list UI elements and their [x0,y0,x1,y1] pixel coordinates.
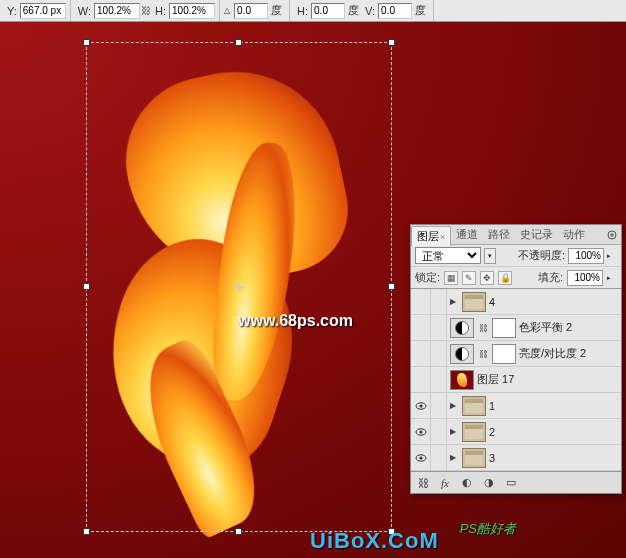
layer-name[interactable]: 图层 17 [477,372,514,387]
lock-transparency-icon[interactable]: ▦ [444,271,458,285]
opacity-slider-icon[interactable]: ▸ [607,252,617,260]
layer-name[interactable]: 色彩平衡 2 [519,320,572,335]
folder-icon [462,422,486,442]
panel-tabs: 图层× 通道 路径 史记录 动作 [411,225,621,245]
eye-icon [415,401,427,411]
folder-arrow-icon[interactable]: ▶ [447,453,459,462]
link-wh-icon[interactable]: ⛓ [140,4,152,18]
transform-handle-bm[interactable] [235,528,242,535]
layer-row[interactable]: ▶ 2 [411,419,621,445]
new-group-icon[interactable]: ▭ [503,475,519,491]
link-col[interactable] [431,367,447,392]
transform-bounding-box[interactable] [86,42,392,532]
transform-handle-tr[interactable] [388,39,395,46]
y-input[interactable] [20,3,66,19]
skew-h-input[interactable] [311,3,345,19]
transform-handle-tm[interactable] [235,39,242,46]
visibility-toggle[interactable] [411,289,431,314]
layer-name[interactable]: 4 [489,296,495,308]
opacity-input[interactable] [568,248,604,264]
w-input[interactable] [94,3,140,19]
h-label: H: [152,5,169,17]
link-col[interactable] [431,445,447,470]
visibility-toggle[interactable] [411,367,431,392]
add-mask-icon[interactable]: ◐ [459,475,475,491]
visibility-toggle[interactable] [411,341,431,366]
visibility-toggle[interactable] [411,393,431,418]
layer-name[interactable]: 2 [489,426,495,438]
transform-handle-bl[interactable] [83,528,90,535]
angle-input[interactable] [234,3,268,19]
layer-row[interactable]: ▶ 4 [411,289,621,315]
tab-history[interactable]: 史记录 [515,225,558,244]
adjustment-layer-icon[interactable]: ◑ [481,475,497,491]
link-col[interactable] [431,289,447,314]
fill-input[interactable] [567,270,603,286]
tab-layers[interactable]: 图层× [411,226,451,246]
lock-pixels-icon[interactable]: ✎ [462,271,476,285]
mask-link-icon[interactable]: ⛓ [479,323,487,333]
transform-handle-mr[interactable] [388,283,395,290]
link-layers-icon[interactable]: ⛓ [415,475,431,491]
lock-row: 锁定: ▦ ✎ ✥ 🔒 填充: ▸ [411,267,621,289]
folder-icon [462,292,486,312]
transform-handle-tl[interactable] [83,39,90,46]
skew-v-label: V: [362,5,378,17]
folder-arrow-icon[interactable]: ▶ [447,297,459,306]
layer-name[interactable]: 1 [489,400,495,412]
layer-name[interactable]: 亮度/对比度 2 [519,346,586,361]
blend-opacity-row: 正常 ▾ 不透明度: ▸ [411,245,621,267]
angle-unit: 度 [268,3,285,18]
layers-panel: 图层× 通道 路径 史记录 动作 正常 ▾ 不透明度: ▸ 锁定: ▦ ✎ ✥ … [410,224,622,494]
tab-actions[interactable]: 动作 [558,225,590,244]
link-col[interactable] [431,393,447,418]
mask-thumb[interactable] [492,318,516,338]
eye-icon [415,427,427,437]
transform-handle-ml[interactable] [83,283,90,290]
close-icon[interactable]: × [439,232,445,242]
mask-link-icon[interactable]: ⛓ [479,349,487,359]
lock-all-icon[interactable]: 🔒 [498,271,512,285]
skew-h-label: H: [294,5,311,17]
transform-center-icon[interactable] [233,281,245,293]
tab-channels[interactable]: 通道 [451,225,483,244]
fx-icon[interactable]: fx [437,475,453,491]
panel-menu-icon[interactable] [603,230,621,240]
visibility-toggle[interactable] [411,419,431,444]
watermark-url-1: www.68ps.com [238,312,353,330]
layer-row[interactable]: ▶ 3 [411,445,621,471]
h-input[interactable] [169,3,215,19]
skew-v-input[interactable] [378,3,412,19]
folder-arrow-icon[interactable]: ▶ [447,401,459,410]
layer-thumb [450,370,474,390]
visibility-toggle[interactable] [411,315,431,340]
eye-icon [415,453,427,463]
layer-row[interactable]: ⛓ 亮度/对比度 2 [411,341,621,367]
svg-point-2 [419,404,422,407]
layer-row[interactable]: ⛓ 色彩平衡 2 [411,315,621,341]
svg-point-6 [419,456,422,459]
chevron-down-icon[interactable]: ▾ [484,248,496,264]
watermark-url-2: UiBoX.CoM [310,528,439,554]
watermark-logo: PS酷好者 [460,520,516,538]
svg-point-4 [419,430,422,433]
visibility-toggle[interactable] [411,445,431,470]
folder-arrow-icon[interactable]: ▶ [447,427,459,436]
folder-icon [462,396,486,416]
mask-thumb[interactable] [492,344,516,364]
w-label: W: [75,5,94,17]
blend-mode-select[interactable]: 正常 [415,247,481,264]
folder-icon [462,448,486,468]
lock-label: 锁定: [415,270,440,285]
fill-slider-icon[interactable]: ▸ [607,274,617,282]
link-col[interactable] [431,315,447,340]
skew-h-unit: 度 [345,3,362,18]
link-col[interactable] [431,419,447,444]
tab-paths[interactable]: 路径 [483,225,515,244]
layer-list: ▶ 4 ⛓ 色彩平衡 2 ⛓ 亮度/对比度 2 图层 17 [411,289,621,471]
layer-name[interactable]: 3 [489,452,495,464]
layer-row[interactable]: ▶ 1 [411,393,621,419]
link-col[interactable] [431,341,447,366]
lock-position-icon[interactable]: ✥ [480,271,494,285]
layer-row[interactable]: 图层 17 [411,367,621,393]
